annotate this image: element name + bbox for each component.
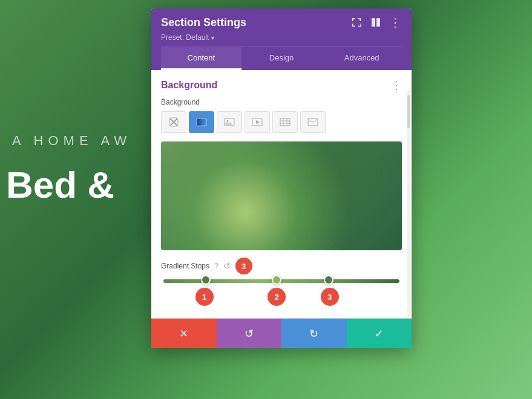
svg-marker-7 bbox=[256, 120, 260, 124]
slider-stop-1[interactable] bbox=[201, 275, 211, 285]
redo-icon: ↻ bbox=[309, 327, 318, 340]
gradient-preview-inner bbox=[161, 141, 402, 250]
stop-badges-row: 1 2 3 4 bbox=[161, 288, 402, 310]
preset-text: Preset: Default bbox=[161, 33, 209, 42]
section-header: Background ⋮ bbox=[161, 79, 402, 92]
stop-number-1[interactable]: 1 bbox=[195, 288, 214, 306]
scrollbar[interactable] bbox=[407, 90, 410, 317]
slider-stop-3[interactable] bbox=[324, 275, 333, 285]
bg-heading: Bed & bbox=[6, 163, 114, 206]
confirm-button[interactable]: ✓ bbox=[347, 319, 412, 348]
gradient-stops-row: Gradient Stops ? ↺ 3 bbox=[161, 258, 402, 274]
active-stop-badge[interactable]: 3 bbox=[235, 258, 252, 274]
bg-type-video[interactable] bbox=[245, 111, 270, 133]
slider-stops bbox=[163, 275, 399, 287]
panel-body: Background ⋮ Background bbox=[151, 70, 412, 318]
tab-advanced[interactable]: Advanced bbox=[321, 47, 402, 70]
bg-type-pattern[interactable] bbox=[272, 111, 298, 133]
preset-label[interactable]: Preset: Default ▾ bbox=[161, 33, 214, 42]
gradient-stops-label: Gradient Stops bbox=[161, 262, 209, 270]
stop-number-3[interactable]: 3 bbox=[321, 288, 339, 306]
gradient-slider-track[interactable] bbox=[163, 279, 399, 283]
tab-content[interactable]: Content bbox=[161, 47, 241, 70]
svg-rect-3 bbox=[197, 118, 206, 126]
more-options-icon[interactable]: ⋮ bbox=[389, 16, 402, 29]
stop-number-2[interactable]: 2 bbox=[268, 288, 286, 306]
field-label: Background bbox=[161, 98, 402, 106]
section-title: Background bbox=[161, 80, 217, 91]
cancel-button[interactable]: ✕ bbox=[151, 319, 217, 348]
bg-type-mask[interactable] bbox=[300, 111, 326, 133]
preset-arrow: ▾ bbox=[211, 34, 214, 41]
cancel-icon: ✕ bbox=[179, 327, 188, 340]
panel-header-top: Section Settings ⋮ bbox=[161, 16, 402, 29]
section-menu-icon[interactable]: ⋮ bbox=[391, 79, 402, 92]
fullscreen-icon[interactable] bbox=[350, 16, 363, 29]
section-settings-panel: Section Settings ⋮ Preset: Defau bbox=[151, 8, 412, 348]
gradient-slider-container[interactable] bbox=[161, 279, 402, 283]
panel-title: Section Settings bbox=[161, 16, 246, 29]
redo-button[interactable]: ↻ bbox=[281, 319, 347, 348]
header-icons: ⋮ bbox=[350, 16, 402, 29]
bg-subtitle: A HOME AW bbox=[12, 133, 131, 149]
bg-type-selector bbox=[161, 111, 402, 133]
confirm-icon: ✓ bbox=[375, 327, 384, 340]
bg-type-image[interactable] bbox=[217, 111, 242, 133]
gradient-preview[interactable] bbox=[161, 141, 402, 250]
slider-stop-2[interactable] bbox=[272, 275, 281, 285]
svg-rect-1 bbox=[376, 18, 380, 27]
reset-button[interactable]: ↺ bbox=[217, 319, 282, 348]
svg-rect-8 bbox=[280, 118, 290, 126]
panel-footer: ✕ ↺ ↻ ✓ bbox=[151, 318, 412, 348]
help-icon[interactable]: ? bbox=[214, 262, 218, 270]
reset-icon[interactable]: ↺ bbox=[223, 261, 231, 271]
split-view-icon[interactable] bbox=[369, 16, 383, 29]
svg-rect-0 bbox=[372, 18, 375, 27]
bg-type-none[interactable] bbox=[161, 111, 186, 133]
scrollbar-thumb[interactable] bbox=[407, 95, 410, 128]
panel-header: Section Settings ⋮ Preset: Defau bbox=[151, 8, 412, 70]
background-section: Background ⋮ Background bbox=[151, 70, 412, 318]
reset-icon: ↺ bbox=[245, 327, 254, 340]
tabs-bar: Content Design Advanced bbox=[161, 47, 402, 70]
tab-design[interactable]: Design bbox=[241, 47, 322, 70]
bg-type-gradient[interactable] bbox=[189, 111, 214, 133]
